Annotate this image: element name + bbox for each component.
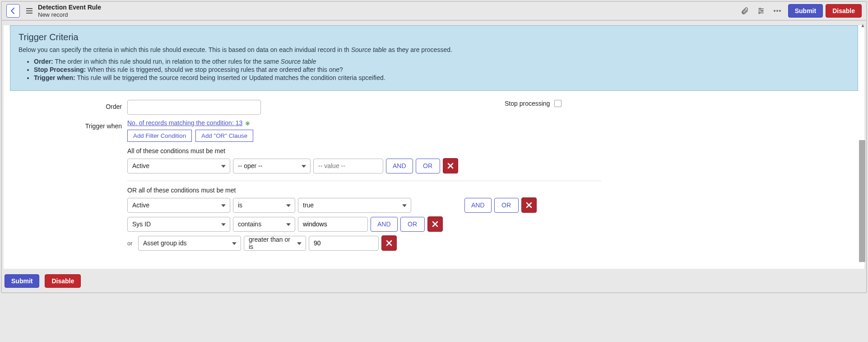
value-input[interactable] — [298, 217, 368, 232]
form-area: Order Stop processing Trigger when No. o… — [4, 91, 864, 263]
operator-select[interactable]: is — [233, 198, 295, 213]
and-button[interactable]: AND — [464, 198, 492, 213]
operator-select[interactable]: contains — [233, 217, 295, 232]
field-select[interactable]: Active — [127, 159, 230, 173]
value-input[interactable] — [313, 159, 383, 173]
settings-icon[interactable] — [757, 6, 766, 15]
operator-select[interactable]: -- oper -- — [233, 159, 311, 173]
info-bullet-order: Order: The order in which this rule shou… — [34, 58, 849, 65]
field-select[interactable]: Sys ID — [127, 217, 230, 232]
svg-point-3 — [761, 10, 762, 12]
svg-point-5 — [758, 12, 760, 14]
svg-point-8 — [779, 10, 781, 12]
svg-point-1 — [759, 8, 761, 9]
divider — [127, 181, 601, 181]
stop-processing-label: Stop processing — [505, 100, 550, 107]
attachment-icon[interactable] — [740, 6, 749, 15]
page-subtitle: New record — [38, 11, 101, 19]
chevron-left-icon — [10, 8, 16, 14]
info-description: Below you can specify the criteria in wh… — [19, 46, 849, 53]
scrollbar-thumb[interactable] — [859, 140, 865, 262]
refresh-icon[interactable]: ❋ — [245, 120, 250, 127]
more-icon[interactable] — [773, 6, 782, 15]
close-icon — [447, 163, 454, 169]
info-title: Trigger Criteria — [19, 32, 849, 42]
info-bullet-trigger: Trigger when: This rule will be triggere… — [34, 74, 849, 81]
header-titles: Detection Event Rule New record — [38, 4, 101, 18]
condition-row: Sys ID contains AND OR — [127, 216, 858, 232]
value-input[interactable] — [309, 236, 379, 251]
field-select[interactable]: Asset group ids — [138, 236, 241, 251]
menu-icon[interactable] — [26, 8, 32, 14]
delete-condition-button[interactable] — [521, 197, 537, 213]
or-button[interactable]: OR — [400, 217, 425, 232]
condition-row: Active is true AND OR — [127, 197, 858, 213]
page-title: Detection Event Rule — [38, 4, 101, 11]
submit-button[interactable]: Submit — [788, 4, 823, 18]
or-button[interactable]: OR — [494, 198, 519, 213]
disable-button-footer[interactable]: Disable — [45, 274, 81, 288]
or-button[interactable]: OR — [416, 159, 440, 173]
or-prefix-label: or — [127, 240, 135, 247]
all-conditions-label: All of these conditions must be met — [127, 147, 858, 155]
close-icon — [386, 240, 392, 246]
order-row: Order Stop processing — [10, 100, 858, 115]
add-filter-condition-button[interactable]: Add Filter Condition — [127, 130, 192, 142]
info-panel: Trigger Criteria Below you can specify t… — [10, 25, 858, 91]
submit-button-footer[interactable]: Submit — [5, 274, 39, 288]
delete-condition-button[interactable] — [381, 235, 397, 251]
close-icon — [432, 221, 438, 227]
disable-button[interactable]: Disable — [826, 4, 862, 18]
close-icon — [526, 202, 532, 208]
value-select[interactable]: true — [298, 198, 411, 213]
and-button[interactable]: AND — [386, 159, 413, 173]
order-input[interactable] — [127, 100, 261, 115]
scroll-up-icon[interactable]: ▲ — [860, 23, 865, 28]
svg-point-7 — [776, 10, 778, 12]
field-select[interactable]: Active — [127, 198, 230, 213]
condition-or-row: or Asset group ids greater than or is — [127, 235, 858, 251]
order-label: Order — [10, 100, 127, 110]
footer-bar: Submit Disable — [2, 270, 866, 292]
trigger-when-label: Trigger when — [10, 119, 127, 130]
delete-condition-button[interactable] — [443, 158, 458, 173]
or-all-conditions-label: OR all of these conditions must be met — [127, 187, 858, 194]
back-button[interactable] — [6, 4, 20, 18]
add-or-clause-button[interactable]: Add "OR" Clause — [195, 130, 253, 142]
content: ▲ Trigger Criteria Below you can specify… — [4, 25, 864, 269]
delete-condition-button[interactable] — [427, 216, 443, 232]
and-button[interactable]: AND — [371, 217, 398, 232]
trigger-when-row: Trigger when No. of records matching the… — [10, 119, 858, 254]
stop-processing-checkbox[interactable] — [554, 100, 562, 107]
header-bar: Detection Event Rule New record Submit D… — [2, 2, 866, 21]
records-match-link[interactable]: No. of records matching the condition: 1… — [127, 119, 242, 126]
info-list: Order: The order in which this rule shou… — [19, 58, 849, 81]
condition-row: Active -- oper -- AND OR — [127, 158, 858, 173]
svg-point-6 — [774, 10, 775, 12]
operator-select[interactable]: greater than or is — [244, 236, 306, 251]
info-bullet-stop: Stop Processing: When this rule is trigg… — [34, 66, 849, 73]
